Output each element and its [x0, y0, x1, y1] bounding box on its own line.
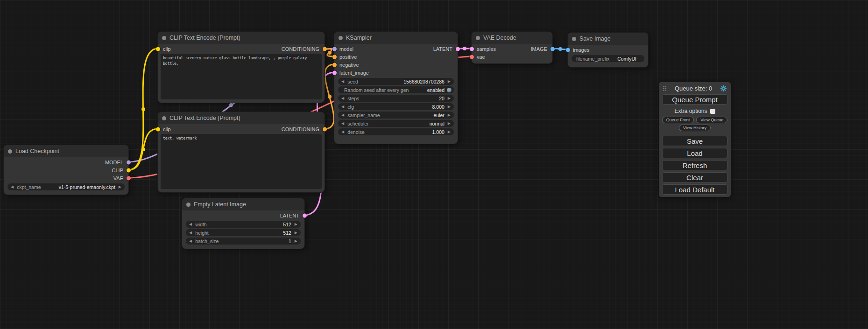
toggle-dot-icon[interactable]: [447, 88, 452, 92]
collapse-dot-icon[interactable]: [8, 149, 12, 154]
increment-arrow-icon[interactable]: ▶: [447, 105, 452, 109]
node-load-checkpoint[interactable]: Load Checkpoint MODEL CLIP VAE ◀ ckpt_na…: [4, 145, 128, 195]
input-dot-clip[interactable]: [156, 47, 160, 51]
node-clip-text-encode-negative[interactable]: CLIP Text Encode (Prompt) clip CONDITION…: [158, 112, 325, 192]
output-dot-latent[interactable]: [303, 213, 307, 217]
view-queue-button[interactable]: View Queue: [696, 117, 727, 123]
view-history-button[interactable]: View History: [679, 125, 711, 131]
collapse-dot-icon[interactable]: [186, 203, 191, 207]
collapse-dot-icon[interactable]: [162, 116, 166, 120]
increment-arrow-icon[interactable]: ▶: [447, 97, 452, 100]
input-dot-clip[interactable]: [156, 127, 160, 131]
collapse-dot-icon[interactable]: [162, 36, 166, 40]
input-dot-vae[interactable]: [470, 55, 474, 59]
link-dot: [141, 107, 145, 111]
menu-header: Queue size: 0: [659, 82, 731, 93]
queue-prompt-button[interactable]: Queue Prompt: [662, 94, 727, 105]
increment-arrow-icon[interactable]: ▶: [118, 185, 122, 189]
increment-arrow-icon[interactable]: ▶: [447, 80, 452, 84]
node-vae-decode[interactable]: VAE Decode samples IMAGE vae: [472, 32, 552, 63]
positive-prompt-textarea[interactable]: beautiful scenery nature glass bottle la…: [161, 54, 322, 99]
increment-arrow-icon[interactable]: ▶: [447, 113, 452, 117]
input-dot-negative[interactable]: [332, 63, 337, 67]
widget-label: cfg: [347, 104, 354, 110]
extra-options-checkbox[interactable]: [710, 109, 715, 114]
increment-arrow-icon[interactable]: ▶: [294, 239, 298, 243]
increment-arrow-icon[interactable]: ▶: [447, 122, 452, 126]
collapse-dot-icon[interactable]: [339, 36, 343, 40]
node-title: Empty Latent Image: [194, 201, 246, 208]
collapse-dot-icon[interactable]: [572, 37, 576, 41]
widget-width[interactable]: ◀ width 512 ▶: [186, 221, 301, 228]
decrement-arrow-icon[interactable]: ◀: [340, 113, 345, 117]
widget-sampler-name[interactable]: ◀ sampler_name euler ▶: [338, 112, 454, 119]
output-dot-image[interactable]: [550, 47, 555, 51]
slot-row-model-latent: model LATENT: [334, 45, 458, 53]
widget-value: normal: [430, 121, 445, 126]
link-dot: [141, 147, 145, 151]
decrement-arrow-icon[interactable]: ◀: [340, 97, 345, 100]
negative-prompt-textarea[interactable]: text, watermark: [161, 134, 322, 189]
save-button[interactable]: Save: [662, 136, 727, 146]
link-dot: [328, 95, 332, 98]
node-ksampler[interactable]: KSampler model LATENT positive negative …: [334, 32, 458, 144]
input-dot-positive[interactable]: [332, 55, 337, 59]
widget-ckpt-name[interactable]: ◀ ckpt_name v1-5-pruned-emaonly.ckpt ▶: [7, 183, 125, 190]
widget-scheduler[interactable]: ◀ scheduler normal ▶: [338, 120, 454, 127]
node-titlebar[interactable]: Save Image: [568, 33, 648, 45]
decrement-arrow-icon[interactable]: ◀: [340, 130, 345, 134]
decrement-arrow-icon[interactable]: ◀: [10, 185, 14, 189]
graph-canvas[interactable]: Load Checkpoint MODEL CLIP VAE ◀ ckpt_na…: [0, 0, 868, 329]
widget-steps[interactable]: ◀ steps 20 ▶: [338, 95, 454, 102]
history-row: View History: [659, 125, 731, 131]
input-dot-images[interactable]: [566, 48, 570, 52]
node-titlebar[interactable]: KSampler: [334, 32, 458, 44]
widget-height[interactable]: ◀ height 512 ▶: [186, 229, 301, 236]
widget-seed[interactable]: ◀ seed 156680208700286 ▶: [338, 78, 454, 85]
load-button[interactable]: Load: [662, 148, 727, 158]
widget-batch-size[interactable]: ◀ batch_size 1 ▶: [186, 238, 301, 245]
input-dot-latent-image[interactable]: [332, 70, 337, 75]
increment-arrow-icon[interactable]: ▶: [294, 231, 298, 235]
widget-label: width: [195, 222, 207, 227]
widget-filename-prefix[interactable]: filename_prefix ComfyUI: [572, 55, 644, 62]
output-dot-latent[interactable]: [456, 47, 460, 51]
node-titlebar[interactable]: CLIP Text Encode (Prompt): [158, 112, 325, 124]
increment-arrow-icon[interactable]: ▶: [294, 223, 298, 226]
input-dot-model[interactable]: [332, 47, 337, 51]
output-dot-conditioning[interactable]: [323, 127, 327, 131]
increment-arrow-icon[interactable]: ▶: [447, 130, 452, 134]
node-titlebar[interactable]: VAE Decode: [472, 32, 552, 44]
node-titlebar[interactable]: CLIP Text Encode (Prompt): [158, 32, 325, 44]
node-title: CLIP Text Encode (Prompt): [169, 115, 240, 121]
output-dot-conditioning[interactable]: [323, 47, 327, 51]
output-label-image: IMAGE: [531, 46, 547, 52]
clear-button[interactable]: Clear: [662, 172, 727, 182]
output-dot-vae[interactable]: [127, 176, 131, 180]
load-default-button[interactable]: Load Default: [662, 184, 727, 195]
node-titlebar[interactable]: Empty Latent Image: [182, 198, 304, 210]
settings-gear-icon[interactable]: [720, 85, 727, 92]
node-titlebar[interactable]: Load Checkpoint: [4, 145, 128, 157]
queue-front-button[interactable]: Queue Front: [662, 117, 694, 123]
collapse-dot-icon[interactable]: [476, 36, 480, 40]
refresh-button[interactable]: Refresh: [662, 160, 727, 170]
decrement-arrow-icon[interactable]: ◀: [340, 122, 345, 126]
decrement-arrow-icon[interactable]: ◀: [340, 80, 345, 84]
widget-denoise[interactable]: ◀ denoise 1.000 ▶: [338, 128, 454, 135]
input-dot-samples[interactable]: [470, 47, 474, 51]
node-save-image[interactable]: Save Image images filename_prefix ComfyU…: [568, 33, 648, 67]
node-title: KSampler: [346, 35, 372, 41]
node-clip-text-encode-positive[interactable]: CLIP Text Encode (Prompt) clip CONDITION…: [158, 32, 325, 103]
decrement-arrow-icon[interactable]: ◀: [340, 105, 345, 109]
output-dot-clip[interactable]: [127, 168, 131, 172]
decrement-arrow-icon[interactable]: ◀: [188, 231, 193, 235]
drag-handle-icon[interactable]: [663, 85, 667, 91]
decrement-arrow-icon[interactable]: ◀: [188, 223, 193, 226]
decrement-arrow-icon[interactable]: ◀: [188, 239, 193, 243]
widget-random-seed-toggle[interactable]: Random seed after every gen enabled: [338, 86, 454, 93]
node-empty-latent-image[interactable]: Empty Latent Image LATENT ◀ width 512 ▶ …: [182, 198, 304, 249]
widget-cfg[interactable]: ◀ cfg 8.000 ▶: [338, 103, 454, 110]
output-dot-model[interactable]: [127, 160, 131, 164]
slot-row-positive: positive: [334, 53, 458, 61]
